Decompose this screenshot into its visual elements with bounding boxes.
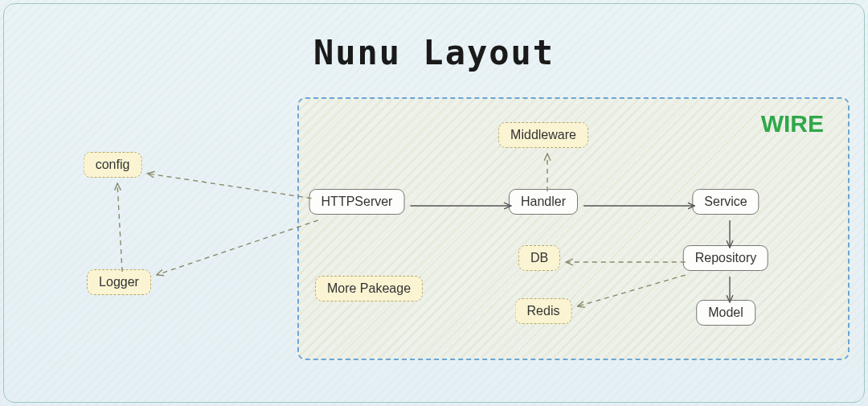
arrow-layer	[4, 4, 868, 406]
edge-logger-to-config	[117, 183, 122, 272]
edge-repository-to-redis	[577, 275, 685, 306]
edge-httpserver-to-logger	[157, 220, 318, 275]
diagram-canvas: Nunu Layout WIRE config Logger HTTPServe…	[3, 3, 865, 403]
edge-httpserver-to-config	[147, 174, 311, 199]
